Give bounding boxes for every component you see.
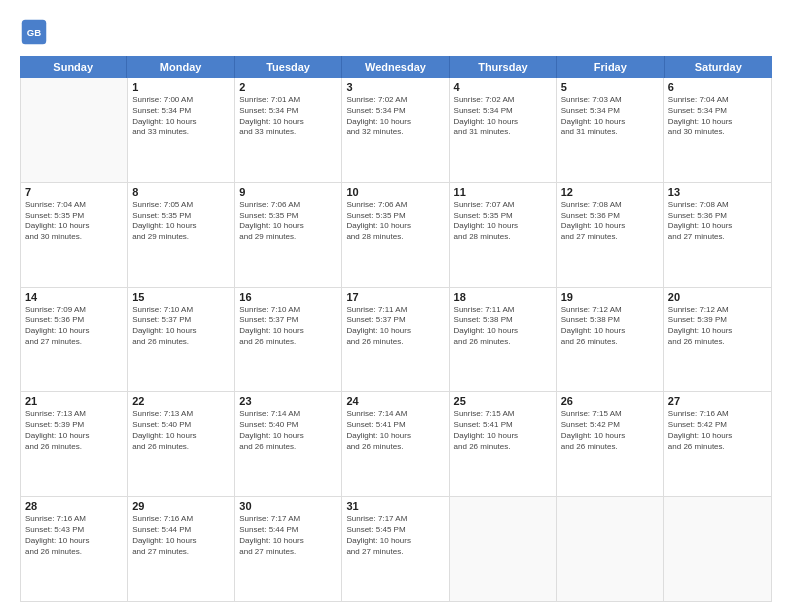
header: GB [20,18,772,46]
day-number: 19 [561,291,659,303]
day-number: 8 [132,186,230,198]
calendar-day-3: 3Sunrise: 7:02 AMSunset: 5:34 PMDaylight… [342,78,449,182]
cell-info-line: Daylight: 10 hours [454,431,552,442]
cell-info-line: and 27 minutes. [25,337,123,348]
cell-info-line: Daylight: 10 hours [25,221,123,232]
calendar-week-4: 21Sunrise: 7:13 AMSunset: 5:39 PMDayligh… [21,392,771,497]
cell-info-line: and 31 minutes. [454,127,552,138]
cell-info-line: and 26 minutes. [561,442,659,453]
calendar-day-30: 30Sunrise: 7:17 AMSunset: 5:44 PMDayligh… [235,497,342,601]
calendar-day-16: 16Sunrise: 7:10 AMSunset: 5:37 PMDayligh… [235,288,342,392]
calendar-empty-cell [21,78,128,182]
calendar-day-13: 13Sunrise: 7:08 AMSunset: 5:36 PMDayligh… [664,183,771,287]
cell-info-line: and 27 minutes. [561,232,659,243]
cell-info-line: Daylight: 10 hours [561,117,659,128]
cell-info-line: Daylight: 10 hours [25,326,123,337]
day-number: 18 [454,291,552,303]
header-day-wednesday: Wednesday [342,56,449,78]
cell-info-line: Sunset: 5:36 PM [668,211,767,222]
cell-info-line: Sunrise: 7:17 AM [346,514,444,525]
cell-info-line: and 26 minutes. [668,337,767,348]
cell-info-line: Daylight: 10 hours [239,221,337,232]
cell-info-line: Sunrise: 7:15 AM [561,409,659,420]
svg-text:GB: GB [27,27,41,38]
cell-info-line: Sunrise: 7:06 AM [346,200,444,211]
cell-info-line: Sunrise: 7:14 AM [346,409,444,420]
cell-info-line: and 28 minutes. [346,232,444,243]
cell-info-line: Sunrise: 7:11 AM [346,305,444,316]
day-number: 20 [668,291,767,303]
day-number: 1 [132,81,230,93]
cell-info-line: Sunset: 5:38 PM [561,315,659,326]
cell-info-line: Sunset: 5:35 PM [239,211,337,222]
cell-info-line: Sunset: 5:44 PM [132,525,230,536]
cell-info-line: Sunset: 5:40 PM [132,420,230,431]
header-day-saturday: Saturday [665,56,772,78]
day-number: 23 [239,395,337,407]
logo-icon: GB [20,18,48,46]
cell-info-line: Sunset: 5:34 PM [668,106,767,117]
day-number: 14 [25,291,123,303]
day-number: 5 [561,81,659,93]
calendar-week-1: 1Sunrise: 7:00 AMSunset: 5:34 PMDaylight… [21,78,771,183]
cell-info-line: Sunset: 5:36 PM [561,211,659,222]
cell-info-line: and 26 minutes. [132,442,230,453]
day-number: 7 [25,186,123,198]
calendar-week-5: 28Sunrise: 7:16 AMSunset: 5:43 PMDayligh… [21,497,771,601]
cell-info-line: and 30 minutes. [25,232,123,243]
cell-info-line: Sunset: 5:37 PM [132,315,230,326]
cell-info-line: Daylight: 10 hours [346,117,444,128]
cell-info-line: Sunrise: 7:15 AM [454,409,552,420]
cell-info-line: Sunrise: 7:02 AM [454,95,552,106]
calendar-day-28: 28Sunrise: 7:16 AMSunset: 5:43 PMDayligh… [21,497,128,601]
cell-info-line: Sunset: 5:34 PM [346,106,444,117]
cell-info-line: Sunrise: 7:16 AM [668,409,767,420]
cell-info-line: Sunrise: 7:04 AM [668,95,767,106]
cell-info-line: Daylight: 10 hours [132,221,230,232]
cell-info-line: and 33 minutes. [239,127,337,138]
cell-info-line: Daylight: 10 hours [132,536,230,547]
calendar-body: 1Sunrise: 7:00 AMSunset: 5:34 PMDaylight… [20,78,772,602]
cell-info-line: Sunrise: 7:04 AM [25,200,123,211]
calendar-day-22: 22Sunrise: 7:13 AMSunset: 5:40 PMDayligh… [128,392,235,496]
cell-info-line: Daylight: 10 hours [561,431,659,442]
day-number: 10 [346,186,444,198]
cell-info-line: Sunset: 5:34 PM [561,106,659,117]
day-number: 13 [668,186,767,198]
calendar-day-9: 9Sunrise: 7:06 AMSunset: 5:35 PMDaylight… [235,183,342,287]
day-number: 9 [239,186,337,198]
cell-info-line: Sunset: 5:41 PM [454,420,552,431]
cell-info-line: and 26 minutes. [454,337,552,348]
cell-info-line: and 32 minutes. [346,127,444,138]
cell-info-line: Daylight: 10 hours [239,326,337,337]
cell-info-line: Daylight: 10 hours [239,536,337,547]
day-number: 22 [132,395,230,407]
day-number: 12 [561,186,659,198]
cell-info-line: Sunrise: 7:07 AM [454,200,552,211]
cell-info-line: Sunrise: 7:05 AM [132,200,230,211]
calendar: SundayMondayTuesdayWednesdayThursdayFrid… [20,56,772,602]
calendar-day-27: 27Sunrise: 7:16 AMSunset: 5:42 PMDayligh… [664,392,771,496]
cell-info-line: Daylight: 10 hours [454,326,552,337]
calendar-day-21: 21Sunrise: 7:13 AMSunset: 5:39 PMDayligh… [21,392,128,496]
cell-info-line: and 26 minutes. [239,337,337,348]
calendar-day-14: 14Sunrise: 7:09 AMSunset: 5:36 PMDayligh… [21,288,128,392]
cell-info-line: and 26 minutes. [454,442,552,453]
day-number: 24 [346,395,444,407]
cell-info-line: Sunset: 5:37 PM [346,315,444,326]
day-number: 2 [239,81,337,93]
cell-info-line: Daylight: 10 hours [668,221,767,232]
cell-info-line: Daylight: 10 hours [561,326,659,337]
cell-info-line: Daylight: 10 hours [239,431,337,442]
cell-info-line: Sunset: 5:35 PM [454,211,552,222]
cell-info-line: Sunrise: 7:10 AM [132,305,230,316]
cell-info-line: Daylight: 10 hours [454,221,552,232]
cell-info-line: Sunrise: 7:12 AM [668,305,767,316]
calendar-day-18: 18Sunrise: 7:11 AMSunset: 5:38 PMDayligh… [450,288,557,392]
cell-info-line: and 31 minutes. [561,127,659,138]
cell-info-line: and 28 minutes. [454,232,552,243]
cell-info-line: Sunrise: 7:16 AM [25,514,123,525]
calendar-day-26: 26Sunrise: 7:15 AMSunset: 5:42 PMDayligh… [557,392,664,496]
cell-info-line: and 30 minutes. [668,127,767,138]
cell-info-line: Sunset: 5:42 PM [668,420,767,431]
